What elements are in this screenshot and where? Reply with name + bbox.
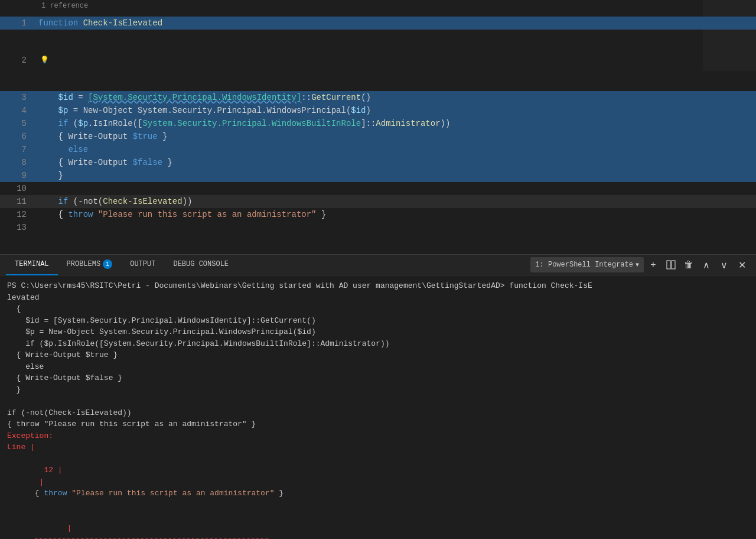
tab-output[interactable]: OUTPUT <box>121 255 164 275</box>
code-line-13: 13 <box>0 221 756 234</box>
line-num-10: 10 <box>0 182 38 195</box>
svg-rect-0 <box>667 261 670 269</box>
term-throw-code-open: { <box>35 489 44 498</box>
scroll-down-button[interactable]: ∨ <box>716 256 732 273</box>
code-line-3: 3 $id = [System.Security.Principal.Windo… <box>0 91 756 104</box>
code-line-1: 1 function Check-IsElevated <box>0 17 756 30</box>
line-num-12: 12 <box>0 208 38 221</box>
term-squiggles-line: | ~~~~~~~~~~~~~~~~~~~~~~~~~~~~~~~~~~~~~~… <box>7 511 749 539</box>
line-num-1: 1 <box>0 17 38 30</box>
term-throw-code-end: } <box>275 489 284 498</box>
line-content-11: if (-not(Check-IsElevated)) <box>38 195 756 208</box>
tab-terminal[interactable]: TERMINAL <box>6 255 58 275</box>
code-line-2: 2 💡 <box>0 30 756 91</box>
term-id-line: $id = [System.Security.Principal.Windows… <box>7 315 749 327</box>
split-terminal-button[interactable] <box>663 256 679 273</box>
terminal-panel: TERMINAL PROBLEMS 1 OUTPUT DEBUG CONSOLE… <box>0 254 756 539</box>
line-content-7: else <box>38 143 756 156</box>
code-line-6: 6 { Write-Output $true } <box>0 130 756 143</box>
editor-header: 1 reference <box>0 0 756 12</box>
line-num-4: 4 <box>0 104 38 117</box>
term-if-line: if ($p.IsInRole([System.Security.Princip… <box>7 338 749 350</box>
term-empty1 <box>7 395 749 407</box>
term-else-line: else <box>7 361 749 373</box>
line-num-5: 5 <box>0 117 38 130</box>
tab-problems-label: PROBLEMS <box>67 260 101 268</box>
line-num-7: 7 <box>0 143 38 156</box>
terminal-shell-dropdown[interactable]: 1: PowerShell Integrate ▼ <box>530 257 644 272</box>
reference-count: 1 reference <box>41 2 88 10</box>
line-num-2: 2 <box>0 54 38 67</box>
svg-rect-1 <box>672 261 675 269</box>
term-throw-line: { throw "Please run this script as an ad… <box>7 418 749 430</box>
line-num-3: 3 <box>0 91 38 104</box>
add-terminal-button[interactable]: + <box>645 256 662 273</box>
editor-area: 1 reference 1 function Check-IsElevated … <box>0 0 756 254</box>
line-num-13: 13 <box>0 221 38 234</box>
term-exception-header: Exception: <box>7 430 749 442</box>
line-num-8: 8 <box>0 156 38 169</box>
chevron-down-icon: ▼ <box>636 262 639 268</box>
term-false-line: { Write-Output $false } <box>7 372 749 384</box>
term-pipe1: | <box>35 478 58 486</box>
term-ps-prompt: PS C:\Users\rms45\RSITC\Petri - Document… <box>7 280 749 303</box>
code-line-12: 12 { throw "Please run this script as an… <box>0 208 756 221</box>
term-if-check: if (-not(Check-IsElevated)) <box>7 407 749 419</box>
term-p-line: $p = New-Object System.Security.Principa… <box>7 326 749 338</box>
term-throw-string: "Please run this script as an administra… <box>71 489 274 498</box>
line-content-3: $id = [System.Security.Principal.Windows… <box>38 91 756 104</box>
line-content-9: } <box>38 169 756 182</box>
code-line-9: 9 } <box>0 169 756 182</box>
terminal-controls: 1: PowerShell Integrate ▼ + 🗑 ∧ ∨ ✕ <box>530 256 750 273</box>
code-line-10: 10 <box>0 182 756 195</box>
term-squiggles: ~~~~~~~~~~~~~~~~~~~~~~~~~~~~~~~~~~~~~~~~… <box>35 535 270 539</box>
shell-dropdown-label: 1: PowerShell Integrate <box>535 261 633 269</box>
close-panel-button[interactable]: ✕ <box>734 256 750 273</box>
line-content-12: { throw "Please run this script as an ad… <box>38 208 756 221</box>
code-line-7: 7 else <box>0 143 756 156</box>
code-line-5: 5 if ($p.IsInRole([System.Security.Princ… <box>0 117 756 130</box>
tab-debug-console[interactable]: DEBUG CONSOLE <box>164 255 237 275</box>
term-line-num: 12 | <box>35 466 63 475</box>
term-true-line: { Write-Output $true } <box>7 349 749 361</box>
line-content-1: function Check-IsElevated <box>38 17 756 30</box>
line-content-2: 💡 <box>38 30 756 91</box>
tab-problems[interactable]: PROBLEMS 1 <box>58 255 122 275</box>
problems-badge: 1 <box>103 259 112 269</box>
line-content-4: $p = New-Object System.Security.Principa… <box>38 104 756 117</box>
kill-terminal-button[interactable]: 🗑 <box>680 256 697 273</box>
line-content-5: if ($p.IsInRole([System.Security.Princip… <box>38 117 756 130</box>
term-close-brace: } <box>7 384 749 396</box>
term-line-label: Line | <box>7 441 749 453</box>
scroll-up-button[interactable]: ∧ <box>698 256 715 273</box>
line-content-6: { Write-Output $true } <box>38 130 756 143</box>
line-content-8: { Write-Output $false } <box>38 156 756 169</box>
term-error-line: 12 | | { throw "Please run this script a… <box>7 453 749 511</box>
line-num-11: 11 <box>0 195 38 208</box>
lightbulb-icon[interactable]: 💡 <box>40 56 49 65</box>
terminal-body[interactable]: PS C:\Users\rms45\RSITC\Petri - Document… <box>0 275 756 539</box>
code-line-4: 4 $p = New-Object System.Security.Princi… <box>0 104 756 117</box>
line-num-6: 6 <box>0 130 38 143</box>
code-line-8: 8 { Write-Output $false } <box>0 156 756 169</box>
code-container: 1 function Check-IsElevated 2 💡 3 $id = … <box>0 17 756 234</box>
code-line-11: 11 if (-not(Check-IsElevated)) <box>0 195 756 208</box>
term-pipe2: | <box>35 524 86 532</box>
term-block-open: { <box>7 303 749 315</box>
term-throw-kw: throw <box>44 489 67 498</box>
line-num-9: 9 <box>0 169 38 182</box>
terminal-tabs: TERMINAL PROBLEMS 1 OUTPUT DEBUG CONSOLE… <box>0 255 756 275</box>
